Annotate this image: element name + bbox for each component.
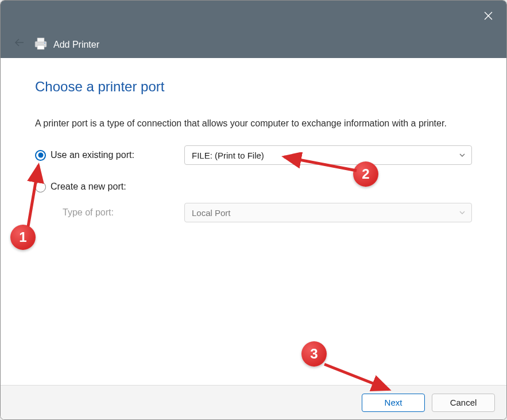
- option-create-port-row: Create a new port:: [35, 178, 472, 196]
- wizard-footer: Next Cancel: [1, 385, 506, 419]
- close-icon: [484, 11, 493, 22]
- port-type-value: Local Port: [192, 208, 231, 218]
- annotation-badge-1: 1: [10, 225, 36, 250]
- chevron-down-icon: [459, 152, 466, 159]
- cancel-button[interactable]: Cancel: [432, 394, 495, 412]
- radio-create-port-label: Create a new port:: [51, 182, 126, 192]
- window-title: Add Printer: [53, 40, 99, 50]
- next-button-label: Next: [385, 398, 402, 407]
- annotation-badge-3: 3: [301, 341, 327, 367]
- cancel-button-label: Cancel: [450, 398, 477, 407]
- close-button[interactable]: [477, 6, 500, 27]
- option-existing-port-row: Use an existing port: FILE: (Print to Fi…: [35, 145, 472, 165]
- page-description: A printer port is a type of connection t…: [35, 117, 472, 130]
- back-arrow-icon: [14, 37, 25, 51]
- option-create-port[interactable]: Create a new port:: [35, 182, 184, 192]
- svg-point-6: [44, 43, 45, 44]
- svg-rect-5: [37, 45, 44, 49]
- radio-existing-port-label: Use an existing port:: [51, 150, 134, 160]
- wizard-content: Choose a printer port A printer port is …: [1, 58, 506, 222]
- radio-existing-port[interactable]: [35, 150, 46, 161]
- existing-port-select[interactable]: FILE: (Print to File): [184, 145, 472, 165]
- titlebar: Add Printer: [1, 1, 506, 58]
- page-heading: Choose a printer port: [35, 79, 472, 95]
- printer-icon: [34, 37, 48, 50]
- add-printer-wizard-window: Add Printer Choose a printer port A prin…: [0, 0, 507, 420]
- chevron-down-icon: [459, 209, 466, 216]
- radio-create-port[interactable]: [35, 182, 46, 192]
- option-existing-port[interactable]: Use an existing port:: [35, 150, 184, 161]
- svg-rect-4: [37, 38, 44, 42]
- port-type-row: Type of port: Local Port: [35, 203, 472, 222]
- port-type-select: Local Port: [184, 203, 472, 222]
- next-button[interactable]: Next: [362, 394, 425, 412]
- back-button[interactable]: [13, 37, 26, 50]
- existing-port-value: FILE: (Print to File): [192, 151, 264, 160]
- port-type-label: Type of port:: [35, 207, 184, 218]
